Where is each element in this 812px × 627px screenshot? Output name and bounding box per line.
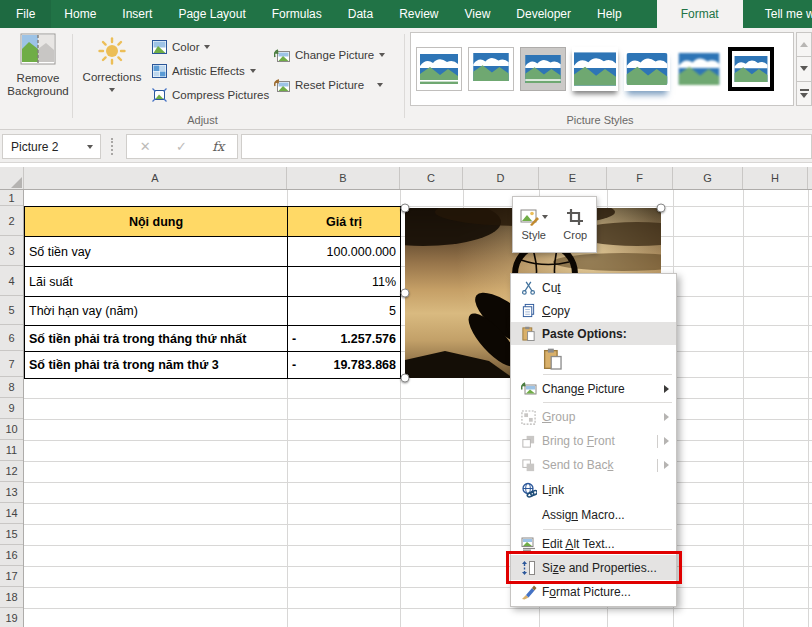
table-header-gia-tri[interactable]: Giá trị [288, 207, 400, 236]
gallery-scroll-down-button[interactable] [796, 57, 812, 81]
menu-item-paste-options[interactable]: Paste Options: [511, 322, 676, 345]
cell-value[interactable]: -19.783.868 [288, 352, 400, 378]
copy-icon [521, 303, 536, 318]
tab-help[interactable]: Help [584, 0, 635, 28]
row-header-1[interactable]: 1 [0, 190, 23, 206]
remove-background-label: Remove Background [6, 72, 70, 98]
row-header-19[interactable]: 19 [0, 608, 23, 627]
select-all-corner[interactable] [0, 167, 24, 189]
row-header-13[interactable]: 13 [0, 482, 23, 503]
column-header-e[interactable]: E [539, 167, 607, 189]
menu-item-bring-to-front: Bring to Front [511, 429, 676, 453]
cell-label[interactable]: Số tiền phải trả trong năm thứ 3 [25, 352, 288, 378]
menu-item-assign-macro[interactable]: Assign Macro... [511, 502, 676, 527]
formula-input[interactable] [241, 134, 812, 159]
reset-picture-dropdown-caret [377, 83, 383, 87]
picture-handle-top-right[interactable] [657, 204, 666, 213]
menu-item-change-picture[interactable]: Change Picture [511, 377, 676, 400]
cell-label[interactable]: Thời hạn vay (năm) [25, 297, 288, 325]
column-header-f[interactable]: F [607, 167, 673, 189]
tab-home[interactable]: Home [51, 0, 109, 28]
cell-value[interactable]: -1.257.576 [288, 326, 400, 351]
menu-item-size-and-properties[interactable]: Size and Properties... [511, 555, 676, 580]
compress-pictures-button[interactable]: Compress Pictures [152, 85, 269, 105]
tab-view[interactable]: View [452, 0, 504, 28]
picture-handle-top-left[interactable] [401, 204, 410, 213]
row-header-18[interactable]: 18 [0, 587, 23, 608]
corrections-button[interactable]: Corrections [78, 33, 146, 92]
color-button[interactable]: Color [152, 37, 210, 57]
row-header-3[interactable]: 3 [0, 236, 23, 266]
tab-format-active[interactable]: Format [657, 0, 743, 28]
row-header-16[interactable]: 16 [0, 545, 23, 566]
gallery-scroll-up-button[interactable] [796, 32, 812, 57]
picture-style-thumb-drop-shadow[interactable] [572, 47, 618, 91]
artistic-effects-button[interactable]: Artistic Effects [152, 61, 256, 81]
row-header-5[interactable]: 5 [0, 296, 23, 325]
picture-handle-mid-left[interactable] [401, 289, 410, 298]
cell-label[interactable]: Số tiền phải trả trong tháng thứ nhất [25, 326, 288, 351]
row-header-9[interactable]: 9 [0, 398, 23, 419]
picture-style-thumb-metal-frame[interactable] [520, 47, 566, 91]
formula-bar-grip[interactable] [111, 138, 114, 155]
picture-style-thumb-simple-frame-white[interactable] [416, 47, 462, 91]
menu-item-paste-keep-formatting[interactable] [511, 345, 676, 372]
table-header-noi-dung[interactable]: Nội dung [25, 207, 288, 236]
cell-number: 1.257.576 [340, 332, 396, 346]
reset-picture-button[interactable]: Reset Picture [274, 75, 383, 95]
crop-label: Crop [563, 229, 587, 241]
row-header-6[interactable]: 6 [0, 325, 23, 351]
insert-function-icon[interactable]: fx [212, 139, 224, 154]
tab-page-layout[interactable]: Page Layout [165, 0, 258, 28]
row-header-2[interactable]: 2 [0, 206, 23, 236]
picture-style-thumb-beveled-matte-white[interactable] [468, 47, 514, 91]
landscape-thumbnail-icon [626, 53, 668, 85]
row-header-14[interactable]: 14 [0, 503, 23, 524]
column-header-c[interactable]: C [400, 167, 463, 189]
cell-value[interactable]: 5 [288, 297, 400, 325]
column-header-b[interactable]: B [287, 167, 400, 189]
column-header-h[interactable]: H [743, 167, 808, 189]
tab-insert[interactable]: Insert [109, 0, 165, 28]
submenu-arrow-icon [664, 385, 669, 393]
tab-developer[interactable]: Developer [503, 0, 584, 28]
cell-value[interactable]: 11% [288, 267, 400, 296]
menu-item-copy[interactable]: Copy [511, 299, 676, 322]
gallery-more-button[interactable] [796, 82, 812, 106]
tell-me-box[interactable]: Tell me wh [743, 0, 812, 28]
remove-background-button[interactable]: Remove Background [6, 33, 70, 98]
picture-style-thumb-soft-edge[interactable] [676, 47, 722, 91]
enter-icon[interactable]: ✓ [176, 139, 187, 154]
menu-item-format-picture[interactable]: Format Picture... [511, 580, 676, 604]
tab-file[interactable]: File [0, 0, 51, 28]
change-picture-button[interactable]: Change Picture [274, 45, 385, 65]
cancel-icon[interactable]: ✕ [140, 139, 151, 154]
menu-item-link[interactable]: Link [511, 477, 676, 502]
tab-formulas[interactable]: Formulas [259, 0, 335, 28]
picture-style-thumb-simple-frame-black[interactable] [728, 47, 774, 91]
row-header-8[interactable]: 8 [0, 377, 23, 398]
cell-label[interactable]: Lãi suất [25, 267, 288, 296]
tab-data[interactable]: Data [335, 0, 386, 28]
row-header-15[interactable]: 15 [0, 524, 23, 545]
row-header-12[interactable]: 12 [0, 461, 23, 482]
column-header-a[interactable]: A [24, 167, 287, 189]
row-header-11[interactable]: 11 [0, 440, 23, 461]
row-header-10[interactable]: 10 [0, 419, 23, 440]
row-header-4[interactable]: 4 [0, 266, 23, 296]
row-header-7[interactable]: 7 [0, 351, 23, 377]
row-header-17[interactable]: 17 [0, 566, 23, 587]
name-box[interactable]: Picture 2 [2, 134, 101, 159]
mini-toolbar-crop-button[interactable]: Crop [555, 197, 597, 252]
menu-item-cut[interactable]: Cut [511, 276, 676, 299]
column-header-d[interactable]: D [463, 167, 539, 189]
name-box-dropdown-caret[interactable] [87, 145, 93, 149]
menu-item-edit-alt-text[interactable]: Edit Alt Text... [511, 532, 676, 555]
tab-review[interactable]: Review [386, 0, 451, 28]
column-header-g[interactable]: G [673, 167, 743, 189]
picture-handle-bottom-left[interactable] [401, 374, 410, 383]
cell-label[interactable]: Số tiền vay [25, 237, 288, 266]
picture-style-thumb-reflected-rounded[interactable] [624, 47, 670, 91]
mini-toolbar-style-button[interactable]: Style [513, 197, 555, 252]
cell-value[interactable]: 100.000.000 [288, 237, 400, 266]
